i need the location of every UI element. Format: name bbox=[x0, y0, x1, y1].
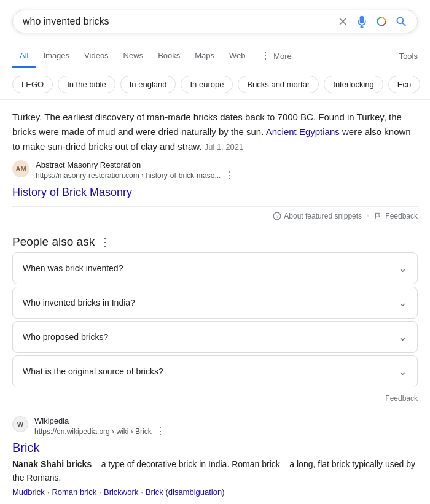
feedback-label: Feedback bbox=[385, 212, 418, 220]
search-bar-container: who invented bricks bbox=[0, 0, 430, 41]
wiki-sublink-roman-brick[interactable]: Roman brick bbox=[52, 487, 96, 497]
more-tab-label: More bbox=[273, 52, 292, 61]
search-button[interactable] bbox=[395, 15, 407, 28]
wiki-description: Nanak Shahi bricks – a type of decorativ… bbox=[12, 457, 418, 485]
paa-question-4: What is the original source of bricks? bbox=[23, 366, 163, 376]
help-icon: ? bbox=[273, 212, 281, 220]
wiki-favicon: W bbox=[12, 416, 28, 432]
tab-videos[interactable]: Videos bbox=[77, 45, 116, 68]
source-favicon: AM bbox=[12, 160, 29, 177]
clear-icon bbox=[337, 16, 348, 27]
search-icons bbox=[337, 15, 407, 28]
lens-icon bbox=[375, 15, 388, 28]
tab-news[interactable]: News bbox=[116, 45, 151, 68]
wiki-info: Wikipedia https://en.wikipedia.org › wik… bbox=[34, 416, 418, 437]
source-url-text: https://masonry-restoration.com › histor… bbox=[36, 171, 221, 180]
paa-question-1: When was brick invented? bbox=[23, 263, 123, 273]
source-url: https://masonry-restoration.com › histor… bbox=[36, 169, 418, 181]
search-icon bbox=[395, 15, 407, 28]
paa-chevron-3: ⌄ bbox=[398, 330, 407, 344]
source-url-menu-dots[interactable]: ⋮ bbox=[224, 169, 234, 181]
featured-snippet: Turkey. The earliest discovery of man-ma… bbox=[12, 110, 418, 225]
sublink-sep-3: · bbox=[141, 487, 143, 497]
chip-eco[interactable]: Eco bbox=[388, 76, 420, 93]
lens-button[interactable] bbox=[375, 15, 388, 28]
mic-icon bbox=[356, 15, 368, 28]
paa-feedback-row[interactable]: Feedback bbox=[12, 390, 418, 406]
paa-title: People also ask bbox=[12, 235, 95, 249]
source-info: Abstract Masonry Restoration https://mas… bbox=[36, 160, 418, 181]
tab-images[interactable]: Images bbox=[36, 45, 77, 68]
svg-text:?: ? bbox=[276, 214, 279, 219]
snippet-footer: ? About featured snippets • Feedback bbox=[12, 206, 418, 225]
chip-mortar[interactable]: Bricks and mortar bbox=[238, 76, 319, 93]
sublink-sep-1: · bbox=[47, 487, 50, 497]
tab-books[interactable]: Books bbox=[150, 45, 187, 68]
about-snippets-item[interactable]: ? About featured snippets bbox=[273, 212, 362, 220]
more-dots-icon: ⋮ bbox=[260, 50, 270, 61]
paa-item-2[interactable]: Who invented bricks in India? ⌄ bbox=[12, 287, 418, 319]
filter-chips: LEGO In the bible In england In europe B… bbox=[0, 69, 430, 100]
chip-europe[interactable]: In europe bbox=[181, 76, 233, 93]
source-result: AM Abstract Masonry Restoration https://… bbox=[12, 160, 418, 181]
wiki-sublink-mudbrick[interactable]: Mudbrick bbox=[12, 487, 45, 497]
wiki-sublink-disambiguation[interactable]: Brick (disambiguation) bbox=[146, 487, 225, 497]
paa-item-1[interactable]: When was brick invented? ⌄ bbox=[12, 252, 418, 284]
wiki-title-link[interactable]: Brick bbox=[12, 441, 39, 455]
search-bar: who invented bricks bbox=[12, 10, 418, 33]
footer-separator: • bbox=[367, 212, 369, 220]
flag-icon bbox=[374, 212, 383, 220]
paa-chevron-4: ⌄ bbox=[398, 365, 407, 378]
wiki-sublinks: Mudbrick · Roman brick · Brickwork · Bri… bbox=[12, 487, 418, 497]
tab-web[interactable]: Web bbox=[222, 45, 253, 68]
paa-feedback-label: Feedback bbox=[385, 394, 418, 403]
wiki-sublink-brickwork[interactable]: Brickwork bbox=[104, 487, 138, 497]
paa-row-2: Who invented bricks in India? ⌄ bbox=[13, 287, 417, 318]
search-input[interactable]: who invented bricks bbox=[23, 16, 337, 27]
chip-england[interactable]: In england bbox=[120, 76, 176, 93]
paa-question-2: Who invented bricks in India? bbox=[23, 298, 135, 308]
wiki-desc-bold: Nanak Shahi bricks bbox=[12, 459, 92, 469]
ancient-egyptians-link[interactable]: Ancient Egyptians bbox=[266, 126, 340, 137]
svg-line-4 bbox=[402, 23, 405, 26]
main-content: Turkey. The earliest discovery of man-ma… bbox=[0, 100, 430, 504]
paa-chevron-2: ⌄ bbox=[398, 296, 407, 309]
wiki-url: https://en.wikipedia.org › wiki › Brick … bbox=[34, 425, 418, 437]
about-snippets-label: About featured snippets bbox=[284, 212, 362, 220]
tab-all[interactable]: All bbox=[12, 45, 36, 68]
people-also-ask-section: People also ask ⋮ When was brick invente… bbox=[12, 235, 418, 406]
mic-button[interactable] bbox=[356, 15, 368, 28]
paa-item-3[interactable]: Who proposed bricks? ⌄ bbox=[12, 321, 418, 353]
sublink-sep-2: · bbox=[99, 487, 101, 497]
source-name: Abstract Masonry Restoration bbox=[36, 160, 418, 169]
wiki-source: W Wikipedia https://en.wikipedia.org › w… bbox=[12, 416, 418, 437]
tab-more[interactable]: ⋮ More bbox=[253, 44, 299, 69]
snippet-date: Jul 1, 2021 bbox=[205, 142, 244, 152]
wiki-url-menu-dots[interactable]: ⋮ bbox=[155, 425, 165, 437]
paa-row-3: Who proposed bricks? ⌄ bbox=[13, 322, 417, 352]
snippet-text: Turkey. The earliest discovery of man-ma… bbox=[12, 110, 418, 154]
paa-row-1: When was brick invented? ⌄ bbox=[13, 253, 417, 284]
wiki-result: W Wikipedia https://en.wikipedia.org › w… bbox=[12, 416, 418, 497]
paa-menu-dots[interactable]: ⋮ bbox=[100, 235, 111, 249]
nav-tabs: All Images Videos News Books Maps Web ⋮ … bbox=[0, 41, 430, 69]
result-title-link[interactable]: History of Brick Masonry bbox=[12, 186, 132, 199]
wiki-name: Wikipedia bbox=[34, 416, 418, 425]
paa-item-4[interactable]: What is the original source of bricks? ⌄ bbox=[12, 355, 418, 387]
tools-button[interactable]: Tools bbox=[399, 45, 418, 67]
chip-lego[interactable]: LEGO bbox=[12, 76, 53, 93]
clear-button[interactable] bbox=[337, 16, 348, 27]
wiki-url-text: https://en.wikipedia.org › wiki › Brick bbox=[34, 427, 152, 436]
feedback-item[interactable]: Feedback bbox=[374, 212, 418, 220]
chip-interlocking[interactable]: Interlocking bbox=[324, 76, 383, 93]
paa-header: People also ask ⋮ bbox=[12, 235, 418, 249]
paa-question-3: Who proposed bricks? bbox=[23, 332, 108, 342]
paa-row-4: What is the original source of bricks? ⌄ bbox=[13, 356, 417, 387]
chip-bible[interactable]: In the bible bbox=[58, 76, 115, 93]
paa-chevron-1: ⌄ bbox=[398, 262, 407, 275]
tab-maps[interactable]: Maps bbox=[187, 45, 222, 68]
